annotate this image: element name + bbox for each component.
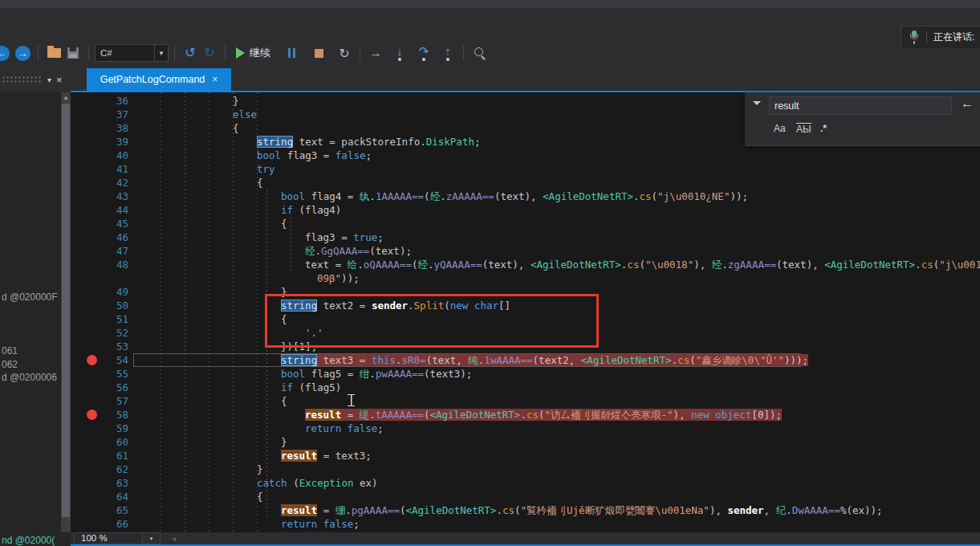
line-number[interactable]: 57 bbox=[71, 394, 128, 408]
line-number[interactable]: 52 bbox=[71, 326, 128, 340]
line-number[interactable]: 58 bbox=[71, 408, 128, 422]
code-line[interactable]: 65result = 绷.pgAAAA==(<AgileDotNetRT>.cs… bbox=[71, 503, 980, 517]
code-line[interactable]: 40bool flag3 = false; bbox=[71, 149, 980, 162]
code-text: } bbox=[128, 462, 263, 476]
tab-getpatchlogcommand[interactable]: GetPatchLogCommand × bbox=[87, 68, 231, 91]
show-next-statement-button[interactable]: → bbox=[366, 43, 385, 63]
line-number[interactable]: 39 bbox=[71, 135, 128, 149]
open-file-button[interactable] bbox=[44, 43, 63, 63]
line-number[interactable]: 64 bbox=[71, 490, 128, 503]
tree-item[interactable]: d @020000F bbox=[2, 291, 58, 303]
line-number[interactable]: 38 bbox=[71, 121, 128, 135]
code-line[interactable]: 63catch (Exception ex) bbox=[71, 476, 980, 490]
code-line[interactable]: 48text = 给.oQAAAA==(经.yQAAAA==(text), <A… bbox=[71, 258, 980, 271]
line-number[interactable]: 43 bbox=[71, 189, 128, 203]
step-over-button[interactable]: ↷ bbox=[414, 43, 433, 63]
code-line[interactable]: 41try bbox=[71, 162, 980, 176]
tree-item[interactable]: d @0200006 bbox=[2, 372, 57, 383]
code-line[interactable]: 61result = text3; bbox=[71, 449, 980, 462]
line-number[interactable]: 45 bbox=[71, 217, 128, 230]
tab-close-icon[interactable]: × bbox=[212, 74, 218, 85]
line-number[interactable]: 60 bbox=[71, 435, 128, 449]
line-number[interactable]: 59 bbox=[71, 422, 128, 435]
code-line[interactable]: 57{ bbox=[71, 394, 980, 408]
navigate-forward-button[interactable]: → bbox=[13, 43, 32, 63]
code-line[interactable]: 55bool flag5 = 绀.pwAAAA==(text3); bbox=[71, 367, 980, 381]
line-number[interactable]: 63 bbox=[71, 476, 128, 490]
code-line[interactable]: 62} bbox=[71, 462, 980, 476]
continue-button[interactable]: 继续 bbox=[231, 43, 275, 63]
breakpoint-icon[interactable] bbox=[87, 410, 97, 420]
pause-button[interactable] bbox=[282, 43, 301, 63]
match-case-toggle[interactable]: Aa bbox=[774, 123, 786, 134]
line-number[interactable]: 42 bbox=[71, 176, 128, 189]
line-number[interactable]: 47 bbox=[71, 244, 128, 258]
find-options-chevron-icon[interactable] bbox=[753, 101, 761, 105]
save-all-button[interactable] bbox=[63, 43, 83, 63]
tree-item[interactable]: 061 bbox=[2, 345, 18, 357]
restart-button[interactable]: ↻ bbox=[335, 43, 354, 63]
code-line[interactable]: 42{ bbox=[71, 176, 980, 189]
code-editor[interactable]: 36}37else38{39string text = packStoreInf… bbox=[71, 92, 980, 532]
navigate-back-button[interactable]: ← bbox=[0, 43, 11, 63]
scrollbar-thumb[interactable] bbox=[62, 104, 70, 517]
code-line[interactable]: 43bool flag4 = 纨.1AAAAA==(经.zAAAAA==(tex… bbox=[71, 189, 980, 203]
undo-button[interactable]: ↺ bbox=[181, 43, 200, 63]
tree-item[interactable]: 062 bbox=[2, 359, 18, 370]
scroll-up-arrow-icon[interactable]: ▲ bbox=[61, 94, 71, 101]
code-line[interactable]: 09β")); bbox=[71, 271, 980, 285]
code-line[interactable]: 58result = 缇.tAAAAA==(<AgileDotNetRT>.cs… bbox=[71, 408, 980, 422]
line-number[interactable]: 44 bbox=[71, 203, 128, 217]
line-number[interactable]: 36 bbox=[71, 94, 128, 108]
line-number[interactable]: 65 bbox=[71, 503, 128, 517]
code-text: try bbox=[128, 162, 275, 176]
line-number[interactable]: 54 bbox=[71, 353, 128, 367]
search-input[interactable] bbox=[769, 96, 952, 115]
language-select[interactable]: C# ▼ bbox=[95, 44, 169, 62]
step-into-button[interactable]: ↓ bbox=[390, 43, 409, 63]
line-number[interactable]: 66 bbox=[71, 517, 128, 531]
line-number[interactable]: 53 bbox=[71, 340, 128, 353]
line-number[interactable]: 49 bbox=[71, 285, 128, 299]
line-number[interactable]: 41 bbox=[71, 162, 128, 176]
line-number[interactable]: 50 bbox=[71, 299, 128, 312]
search-button[interactable] bbox=[470, 43, 489, 63]
line-number[interactable]: 55 bbox=[71, 367, 128, 381]
tree-item[interactable]: nd @02000( bbox=[2, 535, 55, 546]
line-number[interactable] bbox=[71, 271, 128, 285]
line-number[interactable]: 40 bbox=[71, 149, 128, 162]
code-line[interactable]: 45{ bbox=[71, 217, 980, 230]
zoom-select[interactable]: 100 % ▾ bbox=[74, 532, 161, 544]
code-line[interactable]: 54string text3 = this.sR0=(text, 纯.1wAAA… bbox=[71, 353, 980, 367]
line-number[interactable]: 56 bbox=[71, 381, 128, 394]
chevron-down-icon[interactable]: ▼ bbox=[154, 45, 168, 61]
code-line[interactable]: 66return false; bbox=[71, 517, 980, 531]
hscroll-left-arrow-icon[interactable]: ◂ bbox=[172, 534, 176, 543]
code-text: text = 给.oQAAAA==(经.yQAAAA==(text), <Agi… bbox=[128, 258, 980, 271]
code-line[interactable]: 64{ bbox=[71, 490, 980, 503]
line-number[interactable]: 48 bbox=[71, 258, 128, 271]
find-previous-arrow-icon[interactable]: ← bbox=[961, 96, 974, 111]
code-line[interactable]: 47经.GgQAAA==(text); bbox=[71, 244, 980, 258]
redo-button[interactable]: ↻ bbox=[200, 43, 219, 63]
code-line[interactable]: 44if (flag4) bbox=[71, 203, 980, 217]
stop-button[interactable] bbox=[309, 43, 328, 63]
panel-close-icon[interactable]: × bbox=[56, 74, 63, 86]
line-number[interactable]: 62 bbox=[71, 462, 128, 476]
code-line[interactable]: 60} bbox=[71, 435, 980, 449]
whole-word-toggle[interactable]: АЫ bbox=[796, 123, 811, 135]
code-line[interactable]: 59return false; bbox=[71, 422, 980, 435]
microphone-icon[interactable] bbox=[909, 31, 919, 44]
code-line[interactable]: 46flag3 = true; bbox=[71, 230, 980, 244]
line-number[interactable]: 51 bbox=[71, 312, 128, 326]
regex-toggle[interactable]: .* bbox=[820, 123, 827, 134]
line-number[interactable]: 61 bbox=[71, 449, 128, 462]
step-out-button[interactable]: ↑ bbox=[438, 43, 457, 63]
code-line[interactable]: 56if (flag5) bbox=[71, 381, 980, 394]
sidebar-scrollbar[interactable]: ▲ bbox=[61, 92, 71, 532]
breakpoint-icon[interactable] bbox=[87, 355, 97, 365]
line-number[interactable]: 46 bbox=[71, 230, 128, 244]
panel-collapse-icon[interactable]: ▾ bbox=[47, 75, 51, 84]
line-number[interactable]: 37 bbox=[71, 108, 128, 121]
zoom-dropdown-icon[interactable]: ▾ bbox=[143, 532, 161, 544]
